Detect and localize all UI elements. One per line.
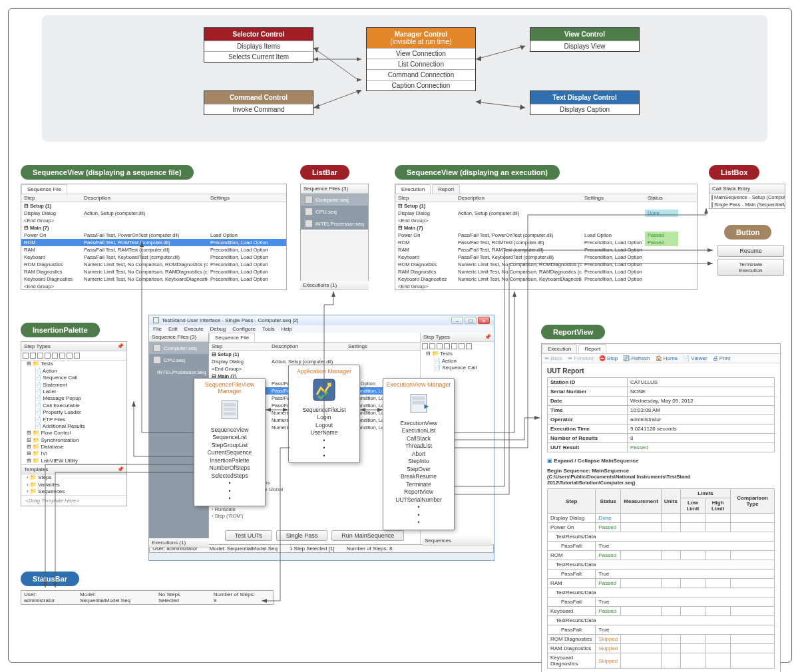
manager-item: UserName: [292, 429, 357, 436]
table-row[interactable]: <End Group>: [395, 217, 697, 224]
ide-seqfile-item[interactable]: INTELProcessor.seq: [149, 366, 208, 378]
seqview-file[interactable]: Sequence File Step Description Settings …: [21, 184, 287, 290]
maximize-button[interactable]: ☐: [465, 317, 477, 324]
ide-executions[interactable]: Executions (1): [149, 538, 209, 548]
toolbar-refresh[interactable]: 🔄 Refresh: [623, 355, 650, 361]
table-row[interactable]: Display DialogAction, Setup (computer.dl…: [21, 210, 286, 217]
tree-node[interactable]: 📄 Message Popup: [24, 395, 126, 402]
menu-item[interactable]: Edit: [168, 326, 178, 332]
tree-node[interactable]: 📄 Label: [24, 389, 126, 395]
window-buttons[interactable]: –☐✕: [451, 317, 490, 324]
reportview[interactable]: Execution Report ⬅ Back➡ Forward⛔ Stop🔄 …: [541, 343, 781, 672]
toolbar-home[interactable]: 🏠 Home: [656, 355, 678, 361]
table-row[interactable]: RAMPass/Fail Test, RAMTest (computer.dll…: [21, 246, 286, 253]
listbox-item[interactable]: Single Pass - Main (SequentialModel.Seq): [709, 201, 785, 208]
table-row[interactable]: Power OnPass/Fail Test, PowerOnTest (com…: [395, 232, 697, 239]
run-mainseq-button[interactable]: Run MainSequence: [331, 530, 404, 541]
tree-node[interactable]: 📄 Action: [423, 358, 494, 365]
close-button[interactable]: ✕: [478, 317, 490, 324]
table-row[interactable]: RAMPass/Fail Test, RAMTest (computer.dll…: [395, 246, 697, 253]
tree-node[interactable]: ⊞ 📁 Database: [24, 444, 126, 450]
toolbar-viewer[interactable]: 📄 Viewer: [683, 355, 707, 361]
tree-node[interactable]: 📄 Action: [24, 368, 126, 375]
single-pass-button[interactable]: Single Pass: [276, 530, 328, 541]
table-row[interactable]: KeyboardPass/Fail Test, KeyboardTest (co…: [395, 253, 697, 261]
tree-node[interactable]: ⊞ 📁 Synchronization: [24, 437, 126, 444]
tree-node[interactable]: 📄 Sequence Call: [423, 365, 494, 371]
listbar-footer[interactable]: Executions (1): [300, 281, 369, 290]
rv-tab-report[interactable]: Report: [578, 344, 606, 353]
ide-seqfile-item[interactable]: Computer.seq: [149, 342, 208, 354]
table-row[interactable]: ROMPass/Fail Test, ROMTest (computer.dll…: [21, 239, 286, 246]
tree-node[interactable]: ⊟ 📁 Tests: [423, 351, 494, 357]
table-row[interactable]: <End Group>: [395, 283, 697, 290]
listbar-header: Sequence Files (3): [301, 184, 368, 194]
tree-node[interactable]: 📄 Sequence Call: [24, 375, 126, 381]
menu-item[interactable]: Configure: [232, 326, 256, 332]
listbar-item[interactable]: CPU.seq: [301, 206, 368, 218]
menu-item[interactable]: File: [153, 326, 162, 332]
group-row[interactable]: ⊟ Setup (1): [21, 202, 286, 210]
toolbar-stop[interactable]: ⛔ Stop: [599, 355, 618, 361]
sfv-title: SequenceFileView Manager: [194, 379, 265, 397]
app-title: Application Manager: [289, 365, 359, 377]
terminate-button[interactable]: Terminate Execution: [717, 259, 784, 276]
table-row[interactable]: <End Group>: [21, 283, 286, 290]
tree-node[interactable]: › 📁 Variables: [24, 482, 126, 488]
table-row[interactable]: Power OnPass/Fail Test, PowerOnTest (com…: [21, 232, 286, 239]
tree-node[interactable]: ⊞ 📁 IVI: [24, 450, 126, 457]
rv-toolbar[interactable]: ⬅ Back➡ Forward⛔ Stop🔄 Refresh🏠 Home📄 Vi…: [542, 354, 780, 363]
tree-node[interactable]: 📄 Statement: [24, 382, 126, 389]
exec-tab-execution[interactable]: Execution: [395, 184, 431, 194]
table-row[interactable]: Keyboard DiagnosticsNumeric Limit Test, …: [21, 275, 286, 283]
menu-item[interactable]: Tools: [262, 326, 275, 332]
toolbar-print[interactable]: 🖨 Print: [713, 355, 731, 361]
toolbar-back[interactable]: ⬅ Back: [544, 355, 562, 361]
table-row[interactable]: Display DialogAction, Setup (computer.dl…: [395, 210, 697, 217]
ide-seq-tab[interactable]: Sequence File: [209, 333, 255, 342]
pin-icon[interactable]: 📌: [117, 466, 124, 472]
menu-item[interactable]: Help: [282, 326, 292, 332]
tree-node[interactable]: 📄 Property Loader: [24, 409, 126, 416]
group-row[interactable]: ⊟ Setup (1): [395, 202, 697, 210]
listbox[interactable]: Call Stack Entry MainSequence - Setup (C…: [709, 184, 785, 209]
tree-node[interactable]: › 📁 Sequences: [24, 488, 126, 495]
listbar-item[interactable]: Computer.seq: [301, 194, 368, 206]
table-row[interactable]: Keyboard DiagnosticsNumeric Limit Test, …: [395, 275, 697, 283]
tree-node[interactable]: ⊞ 📁 Tests: [24, 361, 126, 367]
exec-tab-report[interactable]: Report: [432, 184, 460, 194]
toolbar-forward[interactable]: ➡ Forward: [568, 355, 594, 361]
listbox-item[interactable]: MainSequence - Setup (Computer.seq): [709, 194, 785, 201]
pin-icon[interactable]: 📌: [117, 343, 124, 349]
tree-node[interactable]: 📄 Additional Results: [24, 423, 126, 430]
test-uuts-button[interactable]: Test UUTs: [225, 530, 272, 541]
table-row[interactable]: KeyboardPass/Fail Test, KeyboardTest (co…: [21, 253, 286, 261]
rv-tab-execution[interactable]: Execution: [542, 344, 577, 353]
table-row[interactable]: RAM DiagnosticsNumeric Limit Test, No Co…: [395, 268, 697, 275]
group-row[interactable]: ⊟ Main (7): [21, 224, 286, 232]
table-row[interactable]: ROM DiagnosticsNumeric Limit Test, No Co…: [21, 261, 286, 268]
table-row[interactable]: ROM DiagnosticsNumeric Limit Test, No Co…: [395, 261, 697, 268]
ide-menubar[interactable]: FileEditExecuteDebugConfigureToolsHelp: [149, 325, 494, 333]
tree-node[interactable]: › 📁 Steps: [24, 474, 126, 481]
menu-item[interactable]: Execute: [184, 326, 204, 332]
insertion-palette[interactable]: Step Types📌 ⊞ 📁 Tests 📄 Action 📄 Sequenc…: [21, 341, 127, 506]
menu-item[interactable]: Debug: [210, 326, 226, 332]
col-desc: Description: [81, 194, 208, 202]
seqview-exec[interactable]: Execution Report Step Description Settin…: [395, 184, 698, 290]
table-row[interactable]: <End Group>: [21, 217, 286, 224]
tree-node[interactable]: ⊞ 📁 LabVIEW Utility: [24, 458, 126, 464]
table-row[interactable]: RAM DiagnosticsNumeric Limit Test, No Co…: [21, 268, 286, 275]
listbar[interactable]: Sequence Files (3) Computer.seqCPU.seqIN…: [300, 184, 369, 290]
listbar-item[interactable]: INTELProcessor.seq: [301, 218, 368, 230]
seqfile-tab[interactable]: Sequence File: [21, 184, 67, 194]
tree-node[interactable]: 📄 Call Executable: [24, 403, 126, 409]
tree-node[interactable]: 📄 FTP Files: [24, 417, 126, 423]
expand-collapse[interactable]: Expand / Collapse MainSequence: [554, 458, 638, 464]
table-row[interactable]: ROMPass/Fail Test, ROMTest (computer.dll…: [395, 239, 697, 246]
resume-button[interactable]: Resume: [717, 245, 784, 257]
ide-seqfile-item[interactable]: CPU.seq: [149, 354, 208, 366]
group-row[interactable]: ⊟ Main (7): [395, 224, 697, 232]
tree-node[interactable]: ⊞ 📁 Flow Control: [24, 430, 126, 436]
minimize-button[interactable]: –: [451, 317, 463, 324]
